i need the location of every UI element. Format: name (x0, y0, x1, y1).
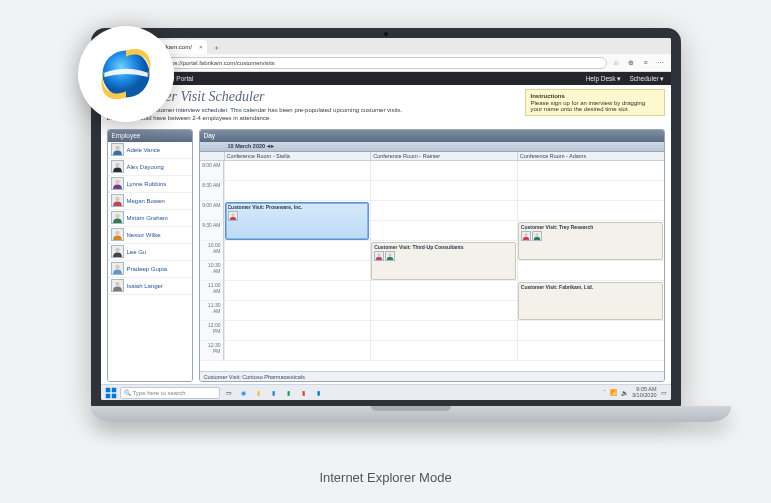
employee-row[interactable]: Megan Bowen (108, 193, 192, 210)
calendar-event[interactable]: Customer Visit: Third-Up Consultants (371, 242, 516, 280)
time-label: 9:00 AM (200, 201, 224, 221)
time-label: 10:30 AM (200, 261, 224, 281)
calendar-slot[interactable] (370, 341, 517, 361)
ie-mode-badge (78, 26, 174, 122)
calendar-slot[interactable] (224, 161, 371, 181)
calendar-slot[interactable] (370, 221, 517, 241)
calendar-slot[interactable] (517, 261, 664, 281)
calendar-event[interactable]: Customer Visit: Trey Research (518, 222, 663, 260)
time-col-header (200, 152, 224, 160)
room-header: Conference Room - Stella (224, 152, 371, 160)
calendar-slot[interactable] (370, 201, 517, 221)
calendar-date[interactable]: 10 March 2020 ◂ ▸ (204, 143, 275, 149)
calendar-slot[interactable] (370, 161, 517, 181)
svg-rect-29 (111, 387, 116, 392)
start-button[interactable] (105, 387, 117, 399)
calendar-subheader: 10 March 2020 ◂ ▸ (200, 142, 664, 152)
taskbar-app-outlook[interactable]: ▮ (313, 387, 325, 399)
browser-tabstrip: https://portal.fabrikam.com/ × ＋ (101, 38, 671, 54)
svg-point-9 (115, 214, 119, 218)
employee-name: Pradeep Gupta (127, 266, 168, 272)
calendar-slot[interactable] (224, 241, 371, 261)
svg-rect-28 (105, 387, 110, 392)
employee-name: Miriam Graham (127, 215, 168, 221)
calendar-event[interactable]: Customer Visit: Fabrikam, Ltd. (518, 282, 663, 320)
address-bar[interactable]: 🔒 https://portal.fabrikam.com/customervi… (150, 57, 607, 69)
collections-button[interactable]: ⊕ (625, 57, 637, 69)
employee-row[interactable]: Lee Gu (108, 244, 192, 261)
avatar (111, 143, 124, 156)
calendar-slot[interactable] (224, 341, 371, 361)
calendar-panel: Day 10 March 2020 ◂ ▸ Conference Room - … (199, 129, 665, 382)
svg-point-1 (115, 146, 119, 150)
nav-helpdesk[interactable]: Help Desk ▾ (586, 75, 622, 83)
room-header: Conference Room - Adams (517, 152, 664, 160)
taskview-icon[interactable]: ▭ (223, 387, 235, 399)
new-tab-button[interactable]: ＋ (209, 42, 223, 54)
calendar-slot[interactable] (224, 281, 371, 301)
menu-button[interactable]: ⋯ (655, 57, 667, 69)
tray-network-icon[interactable]: 📶 (610, 389, 617, 396)
instructions-body: Please sign up for an interview by dragg… (531, 100, 646, 112)
avatar (111, 279, 124, 292)
svg-point-11 (115, 231, 119, 235)
calendar-grid[interactable]: 8:00 AM8:30 AM9:00 AM9:30 AM10:00 AM10:3… (200, 161, 664, 371)
calendar-slot[interactable] (517, 181, 664, 201)
employee-row[interactable]: Nestor Wilke (108, 227, 192, 244)
employee-row[interactable]: Pradeep Gupta (108, 261, 192, 278)
calendar-slot[interactable] (370, 281, 517, 301)
taskbar-app-explorer[interactable]: ▮ (253, 387, 265, 399)
time-label: 12:30 PM (200, 341, 224, 361)
calendar-slot[interactable] (517, 161, 664, 181)
calendar-slot[interactable] (370, 321, 517, 341)
employees-panel: Employee Adele VanceAlex DayoungLynne Ro… (107, 129, 193, 382)
taskbar-app-ppt[interactable]: ▮ (298, 387, 310, 399)
taskbar-clock[interactable]: 9:05 AM 3/10/2020 (632, 387, 656, 398)
time-label: 11:00 AM (200, 281, 224, 301)
employee-row[interactable]: Lynne Robbins (108, 176, 192, 193)
calendar-slot[interactable] (224, 181, 371, 201)
portal-topbar: Fabrikam Customer Portal Help Desk ▾ Sch… (101, 72, 671, 85)
avatar (111, 177, 124, 190)
favorite-button[interactable]: ☆ (610, 57, 622, 69)
taskbar-app-word[interactable]: ▮ (268, 387, 280, 399)
time-label: 8:00 AM (200, 161, 224, 181)
calendar-slot[interactable] (224, 301, 371, 321)
screen-bezel: https://portal.fabrikam.com/ × ＋ ← → ⟳ 🔒… (91, 28, 681, 408)
calendar-event[interactable]: Customer Visit: Proseware, Inc. (225, 202, 370, 240)
time-label: 10:00 AM (200, 241, 224, 261)
calendar-slot[interactable] (224, 261, 371, 281)
calendar-slot[interactable] (517, 201, 664, 221)
calendar-slot[interactable] (517, 341, 664, 361)
employee-row[interactable]: Miriam Graham (108, 210, 192, 227)
avatar (228, 211, 238, 221)
employee-row[interactable]: Isaiah Langer (108, 278, 192, 295)
calendar-slot[interactable] (517, 321, 664, 341)
employee-row[interactable]: Adele Vance (108, 142, 192, 159)
profile-button[interactable]: ≡ (640, 57, 652, 69)
tray-chevron-icon[interactable]: ˄ (603, 389, 606, 396)
nav-scheduler[interactable]: Scheduler ▾ (629, 75, 664, 83)
employee-name: Nestor Wilke (127, 232, 161, 238)
svg-point-25 (524, 233, 527, 236)
svg-point-5 (115, 180, 119, 184)
calendar-room-header: Conference Room - StellaConference Room … (200, 152, 664, 161)
taskbar-app-edge[interactable]: ◉ (238, 387, 250, 399)
calendar-slot[interactable] (370, 301, 517, 321)
tray-volume-icon[interactable]: 🔈 (621, 389, 628, 396)
employee-name: Adele Vance (127, 147, 161, 153)
event-title: Customer Visit: Proseware, Inc. (228, 204, 367, 210)
calendar-slot[interactable] (370, 181, 517, 201)
svg-rect-30 (105, 393, 110, 398)
taskbar-search[interactable]: 🔍 Type here to search (120, 387, 220, 399)
employee-row[interactable]: Alex Dayoung (108, 159, 192, 176)
calendar-slot[interactable] (224, 321, 371, 341)
avatar (111, 262, 124, 275)
employee-name: Lynne Robbins (127, 181, 167, 187)
tab-close-icon[interactable]: × (199, 44, 203, 50)
calendar-event-wrap: Customer Visit: Trey Research (517, 221, 664, 261)
taskbar-app-excel[interactable]: ▮ (283, 387, 295, 399)
tray-notifications-icon[interactable]: ▭ (661, 389, 667, 396)
event-title: Customer Visit: Fabrikam, Ltd. (521, 284, 660, 290)
avatar (532, 231, 542, 241)
